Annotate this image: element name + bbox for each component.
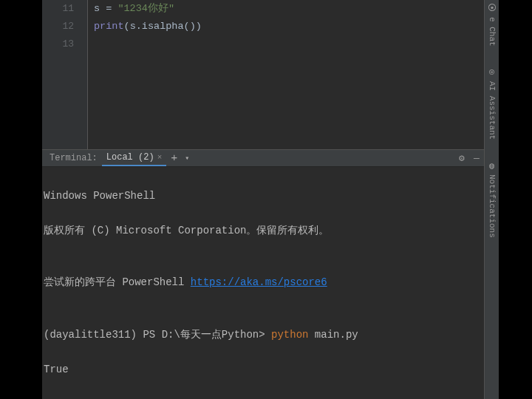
notifications-rail-button[interactable]: ◍ Notifications: [488, 160, 497, 238]
notifications-rail-label: Notifications: [488, 174, 497, 238]
ai-icon: ⌾: [489, 67, 494, 78]
terminal-line: 版权所有 (C) Microsoft Corporation。保留所有权利。: [44, 222, 482, 240]
line-number: 11: [42, 0, 74, 18]
code-editor[interactable]: 111213 s = "1234你好"print(s.isalpha()): [42, 0, 484, 149]
code-line[interactable]: s = "1234你好": [94, 0, 484, 18]
line-number: 12: [42, 18, 74, 35]
terminal-line: Windows PowerShell: [44, 188, 482, 205]
terminal-tab-label: Local (2): [106, 152, 154, 163]
chat-rail-label: e Chat: [488, 17, 497, 47]
ai-rail-label: AI Assistant: [488, 81, 497, 140]
chat-rail-button[interactable]: ⦿ e Chat: [488, 3, 497, 47]
terminal-header: Terminal: Local (2) × + ▾ ⚙ —: [42, 149, 484, 167]
gear-icon[interactable]: ⚙: [454, 152, 469, 164]
terminal-label: Terminal:: [45, 153, 102, 163]
add-tab-button[interactable]: +: [166, 152, 182, 165]
chat-icon: ⦿: [488, 3, 497, 14]
bell-icon: ◍: [489, 160, 494, 171]
minimize-icon[interactable]: —: [469, 153, 484, 164]
terminal-line: 尝试新的跨平台 PowerShell https://aka.ms/pscore…: [44, 274, 482, 292]
tab-dropdown-icon[interactable]: ▾: [182, 154, 192, 163]
close-tab-icon[interactable]: ×: [157, 153, 163, 162]
ai-assistant-rail-button[interactable]: ⌾ AI Assistant: [488, 67, 497, 140]
line-number: 13: [42, 35, 74, 53]
terminal-tab-local[interactable]: Local (2) ×: [102, 150, 166, 166]
terminal-body[interactable]: Windows PowerShell 版权所有 (C) Microsoft Co…: [42, 167, 484, 399]
line-gutter: 111213: [42, 0, 88, 149]
terminal-line: False: [44, 396, 482, 400]
terminal-line: (dayalittle311) PS D:\每天一点Python> python…: [44, 327, 482, 344]
powershell-link[interactable]: https://aka.ms/pscore6: [191, 276, 327, 288]
right-tool-rail: ⦿ e Chat ⌾ AI Assistant ◍ Notifications: [484, 0, 499, 399]
code-line[interactable]: print(s.isalpha()): [94, 18, 484, 35]
terminal-line: True: [44, 361, 482, 379]
code-area[interactable]: s = "1234你好"print(s.isalpha()): [88, 0, 484, 149]
code-line[interactable]: [94, 35, 484, 53]
